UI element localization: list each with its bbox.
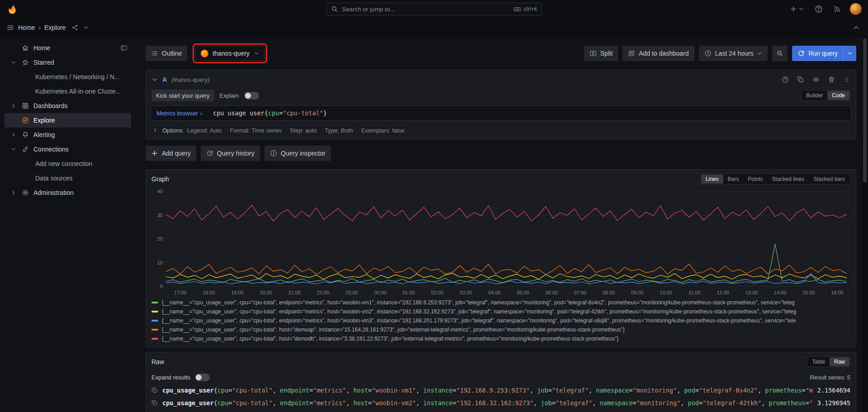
copy-icon[interactable] — [151, 387, 158, 393]
graph-style-stacked-bars[interactable]: Stacked bars — [809, 175, 849, 184]
split-icon — [590, 50, 597, 57]
explain-toggle[interactable] — [244, 92, 259, 99]
scrollbar-thumb[interactable] — [863, 38, 867, 183]
query-editor-panel: A (thanos-query) Kick start your query E… — [146, 70, 856, 139]
svg-text:21:00: 21:00 — [288, 290, 301, 295]
svg-text:00:00: 00:00 — [374, 290, 387, 295]
info-icon — [270, 150, 277, 157]
graph-style-lines[interactable]: Lines — [701, 175, 723, 184]
help-button[interactable] — [813, 3, 825, 15]
duplicate-query-icon[interactable] — [797, 76, 804, 83]
sidebar-item-data-sources[interactable]: Data sources — [5, 171, 131, 185]
svg-text:30: 30 — [157, 213, 163, 218]
sidebar-item-kubernetes-all-in-one-cluste[interactable]: Kubernetes All-in-one Cluste... — [5, 84, 131, 99]
query-inspector-button[interactable]: Query inspector — [264, 146, 331, 161]
share-shortlink-button[interactable] — [70, 22, 80, 33]
sidebar-item-home[interactable]: Home — [5, 41, 131, 55]
run-query-button[interactable]: Run query — [792, 46, 856, 61]
series-label: {__name__="cpu_usage_user", cpu="cpu-tot… — [162, 308, 796, 315]
add-query-button[interactable]: Add query — [146, 146, 196, 161]
svg-text:09:00: 09:00 — [631, 290, 644, 295]
legend-item[interactable]: {__name__="cpu_usage_user", cpu="cpu-tot… — [151, 316, 850, 325]
svg-text:01:00: 01:00 — [402, 290, 415, 295]
sidebar-item-kubernetes-networking-n[interactable]: Kubernetes / Networking / N... — [5, 70, 131, 84]
legend-item[interactable]: {__name__="cpu_usage_user", cpu="cpu-tot… — [151, 325, 850, 334]
sidebar-item-starred[interactable]: Starred — [5, 55, 131, 70]
expand-results-toggle[interactable] — [195, 374, 210, 381]
kick-start-button[interactable]: Kick start your query — [151, 90, 214, 101]
legend-item[interactable]: {__name__="cpu_usage_user", cpu="cpu-tot… — [151, 307, 850, 316]
outline-icon — [151, 50, 158, 57]
sidebar-item-add-new-connection[interactable]: Add new connection — [5, 156, 131, 171]
breadcrumb-home[interactable]: Home — [18, 24, 35, 31]
disable-query-icon[interactable] — [812, 76, 820, 83]
run-query-options-button[interactable] — [843, 46, 856, 61]
annotation-highlight: thanos-query — [193, 43, 267, 63]
breadcrumb-separator: › — [38, 24, 41, 31]
explore-toolbar: Outline thanos-query Split Add to d — [146, 43, 856, 63]
series-label: {__name__="cpu_usage_user", cpu="cpu-tot… — [162, 317, 796, 324]
user-avatar[interactable] — [850, 3, 862, 15]
svg-text:0: 0 — [160, 284, 163, 289]
mega-menu-toggle[interactable] — [5, 22, 16, 33]
series-label: {__name__="cpu_usage_user", cpu="cpu-tot… — [162, 299, 795, 306]
chevron-right-icon[interactable] — [152, 128, 158, 133]
raw-view-button[interactable]: Raw — [830, 357, 849, 366]
graph-legend: {__name__="cpu_usage_user", cpu="cpu-tot… — [151, 298, 850, 343]
svg-text:19:00: 19:00 — [231, 290, 244, 295]
dock-menu-icon[interactable] — [120, 44, 127, 52]
search-input[interactable]: Search or jump to... ctrl+k — [326, 3, 542, 15]
breadcrumb-explore[interactable]: Explore — [44, 24, 66, 31]
graph-style-stacked-lines[interactable]: Stacked lines — [768, 175, 809, 184]
copy-icon[interactable] — [151, 400, 158, 406]
query-input[interactable]: Metrics browser› cpu_usage_user{cpu="cpu… — [151, 105, 851, 121]
new-menu-button[interactable] — [788, 4, 806, 14]
query-history-button[interactable]: Query history — [201, 146, 260, 161]
editor-mode-toggle: Builder Code — [801, 90, 850, 101]
graph-canvas[interactable]: 01020304017:0018:0019:0020:0021:0022:002… — [151, 187, 850, 297]
sidebar-item-administration[interactable]: Administration — [5, 185, 131, 200]
metrics-browser-button[interactable]: Metrics browser› — [151, 106, 208, 120]
chevron-down-icon — [847, 51, 853, 56]
chevron-down-icon — [10, 147, 17, 152]
options-label[interactable]: Options — [162, 127, 183, 134]
grafana-logo[interactable] — [6, 3, 18, 15]
series-color-swatch — [151, 302, 158, 303]
raw-view-toggle: Table Raw — [807, 356, 850, 367]
caret-up-icon — [853, 24, 860, 31]
time-range-picker[interactable]: Last 24 hours — [699, 46, 768, 61]
add-to-dashboard-button[interactable]: Add to dashboard — [623, 46, 694, 61]
scroll-top-button[interactable] — [851, 22, 862, 33]
news-button[interactable] — [832, 4, 843, 14]
legend-item[interactable]: {__name__="cpu_usage_user", cpu="cpu-tot… — [151, 298, 850, 307]
query-ref-id[interactable]: A — [162, 76, 167, 83]
svg-text:10:00: 10:00 — [660, 290, 672, 295]
cog-icon — [21, 189, 30, 196]
series-color-swatch — [151, 311, 158, 313]
hamburger-icon — [6, 24, 14, 32]
graph-style-points[interactable]: Points — [743, 175, 767, 184]
drag-query-icon[interactable] — [843, 76, 850, 83]
sidebar-item-alerting[interactable]: Alerting — [5, 128, 131, 142]
sidebar-item-dashboards[interactable]: Dashboards — [5, 99, 131, 113]
scrollbar[interactable] — [862, 37, 868, 412]
datasource-picker[interactable]: thanos-query — [195, 46, 264, 61]
sidebar-item-connections[interactable]: Connections — [5, 142, 131, 156]
legend-item[interactable]: {__name__="cpu_usage_user", cpu="cpu-tot… — [151, 334, 850, 343]
sidebar-item-explore[interactable]: Explore — [5, 113, 131, 128]
builder-mode-button[interactable]: Builder — [802, 91, 827, 100]
zoom-out-button[interactable] — [772, 46, 788, 61]
graph-style-bars[interactable]: Bars — [723, 175, 744, 184]
share-options-button[interactable] — [81, 23, 90, 32]
datasource-name: thanos-query — [212, 50, 250, 57]
table-view-button[interactable]: Table — [807, 357, 830, 366]
split-button[interactable]: Split — [584, 46, 618, 61]
outline-button[interactable]: Outline — [146, 46, 187, 61]
remove-query-icon[interactable] — [828, 76, 835, 83]
explain-label: Explain — [220, 92, 239, 99]
rss-icon — [834, 5, 841, 13]
datasource-logo-icon — [201, 50, 208, 57]
collapse-query-icon[interactable] — [151, 76, 158, 83]
code-mode-button[interactable]: Code — [827, 91, 849, 100]
query-help-icon[interactable] — [782, 76, 789, 83]
